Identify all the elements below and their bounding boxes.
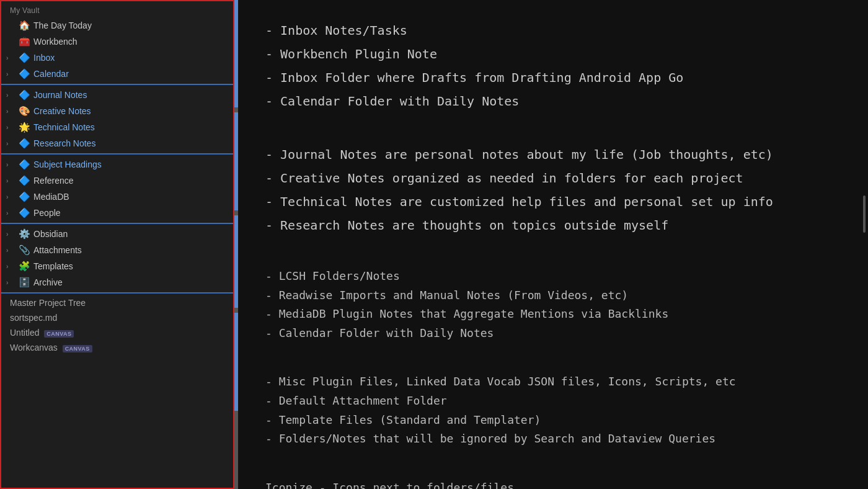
workbench-icon: 🧰 <box>19 36 30 47</box>
chevron-right-icon: › <box>6 194 15 200</box>
section-separator-3 <box>1 223 233 224</box>
content-section-1: - Inbox Notes/Tasks - Workbench Plugin N… <box>259 19 843 113</box>
obsidian-icon: ⚙️ <box>19 228 30 240</box>
chevron-right-icon: › <box>6 140 15 147</box>
content-line: - Readwise Imports and Manual Notes (Fro… <box>265 286 843 305</box>
content-line: - Research Notes are thoughts on topics … <box>265 213 843 237</box>
journal-icon: 🔷 <box>19 89 30 101</box>
content-line: - Workbench Plugin Note <box>265 42 843 66</box>
sidebar-item-technical-notes[interactable]: › 🌟 Technical Notes <box>1 119 233 135</box>
chevron-right-icon: › <box>6 71 15 78</box>
sidebar-item-calendar[interactable]: › 🔷 Calendar <box>1 66 233 82</box>
sidebar-item-people[interactable]: › 🔷 People <box>1 205 233 221</box>
sidebar-item-label: The Day Today <box>33 20 92 30</box>
content-divider <box>259 360 843 372</box>
sidebar-item-label: MediaDB <box>33 192 69 202</box>
inbox-icon: 🔷 <box>19 52 30 63</box>
content-line: - Template Files (Standard and Templater… <box>265 411 843 430</box>
sidebar-item-mediadb[interactable]: › 🔷 MediaDB <box>1 189 233 205</box>
sidebar-item-inbox[interactable]: › 🔷 Inbox <box>1 50 233 66</box>
technical-icon: 🌟 <box>19 122 30 133</box>
reference-icon: 🔷 <box>19 175 30 186</box>
chevron-right-icon: › <box>6 55 15 61</box>
content-line: - LCSH Folders/Notes <box>265 267 843 286</box>
sidebar-item-workcanvas[interactable]: Workcanvas CANVAS <box>1 340 233 355</box>
content-divider <box>259 466 843 478</box>
content-line: - Misc Plugin Files, Linked Data Vocab J… <box>265 372 843 392</box>
sidebar-item-label: People <box>33 208 61 218</box>
chevron-right-icon: › <box>6 108 15 115</box>
section-separator-2 <box>1 153 233 155</box>
sidebar-item-label: Obsidian <box>33 229 68 239</box>
sidebar-item-label: Journal Notes <box>33 90 87 100</box>
sidebar-item-journal-notes[interactable]: › 🔷 Journal Notes <box>1 87 233 103</box>
content-footer: Iconize - Icons next to folders/files Cu… <box>259 478 843 489</box>
sidebar-item-subject-headings[interactable]: › 🔷 Subject Headings <box>1 156 233 173</box>
content-line: - Default Attachment Folder <box>265 392 843 411</box>
content-line: - Folders/Notes that will be ignored by … <box>265 429 843 449</box>
sidebar-item-label: Creative Notes <box>33 106 91 116</box>
sidebar-item-label: Inbox <box>33 53 55 63</box>
chevron-right-icon: › <box>6 161 15 168</box>
sidebar-item-reference[interactable]: › 🔷 Reference <box>1 173 233 189</box>
sidebar-item-attachments[interactable]: › 📎 Attachments <box>1 242 233 258</box>
creative-icon: 🎨 <box>19 105 30 117</box>
sidebar-item-label: Calendar <box>33 69 69 79</box>
content-line: - Calendar Folder with Daily Notes <box>265 89 843 113</box>
sidebar-item-research-notes[interactable]: › 🔷 Research Notes <box>1 135 233 151</box>
sidebar: My Vault 🏠 The Day Today 🧰 Workbench › 🔷… <box>0 0 234 489</box>
content-section-4: - Misc Plugin Files, Linked Data Vocab J… <box>259 372 843 448</box>
archive-icon: 🗄️ <box>19 277 30 288</box>
sidebar-item-workbench[interactable]: 🧰 Workbench <box>1 34 233 50</box>
content-line: - Inbox Notes/Tasks <box>265 19 843 42</box>
content-divider <box>259 130 843 143</box>
sidebar-item-label: Technical Notes <box>33 122 95 132</box>
sidebar-item-untitled-canvas[interactable]: Untitled CANVAS <box>1 325 233 340</box>
chevron-right-icon: › <box>6 263 15 270</box>
chevron-right-icon: › <box>6 231 15 238</box>
attachments-icon: 📎 <box>19 244 30 256</box>
content-line: Iconize - Icons next to folders/files <box>265 478 843 489</box>
canvas-badge: CANVAS <box>44 330 74 338</box>
people-icon: 🔷 <box>19 207 30 218</box>
content-line: - Calendar Folder with Daily Notes <box>265 324 843 343</box>
sidebar-item-sortspec[interactable]: sortspec.md <box>1 310 233 325</box>
templates-icon: 🧩 <box>19 261 30 272</box>
content-line: - Inbox Folder where Drafts from Draftin… <box>265 66 843 89</box>
sidebar-item-master-project-tree[interactable]: Master Project Tree <box>1 295 233 310</box>
scrollbar[interactable] <box>863 195 866 233</box>
chevron-right-icon: › <box>6 177 15 184</box>
section-separator-1 <box>1 84 233 85</box>
sidebar-item-label: Reference <box>33 176 74 186</box>
sidebar-item-the-day-today[interactable]: 🏠 The Day Today <box>1 17 233 34</box>
main-content: - Inbox Notes/Tasks - Workbench Plugin N… <box>234 0 868 489</box>
file-label: Master Project Tree <box>10 298 86 308</box>
sidebar-item-label: Subject Headings <box>33 159 102 169</box>
content-line: - Technical Notes are customized help fi… <box>265 190 843 213</box>
sidebar-item-archive[interactable]: › 🗄️ Archive <box>1 274 233 290</box>
sidebar-item-creative-notes[interactable]: › 🎨 Creative Notes <box>1 103 233 119</box>
chevron-right-icon: › <box>6 210 15 217</box>
chevron-right-icon: › <box>6 124 15 131</box>
mediadb-icon: 🔷 <box>19 191 30 202</box>
sidebar-item-label: Research Notes <box>33 138 95 148</box>
file-label: sortspec.md <box>10 313 57 323</box>
section-separator-4 <box>1 292 233 294</box>
content-line: - Journal Notes are personal notes about… <box>265 143 843 166</box>
sidebar-item-label: Templates <box>33 261 73 271</box>
content-line: - MediaDB Plugin Notes that Aggregate Me… <box>265 305 843 324</box>
chevron-right-icon: › <box>6 279 15 286</box>
calendar-icon: 🔷 <box>19 68 30 79</box>
vault-title: My Vault <box>1 1 233 17</box>
content-divider <box>259 254 843 267</box>
sidebar-item-label: Workbench <box>33 37 78 47</box>
sidebar-item-label: Attachments <box>33 245 82 255</box>
subject-icon: 🔷 <box>19 159 30 170</box>
content-line: - Creative Notes organized as needed in … <box>265 166 843 190</box>
chevron-right-icon: › <box>6 92 15 99</box>
sidebar-item-label: Archive <box>33 277 63 287</box>
sidebar-item-obsidian[interactable]: › ⚙️ Obsidian <box>1 226 233 242</box>
file-label: Workcanvas <box>10 343 58 352</box>
sidebar-item-templates[interactable]: › 🧩 Templates <box>1 258 233 274</box>
canvas-badge: CANVAS <box>63 345 92 352</box>
